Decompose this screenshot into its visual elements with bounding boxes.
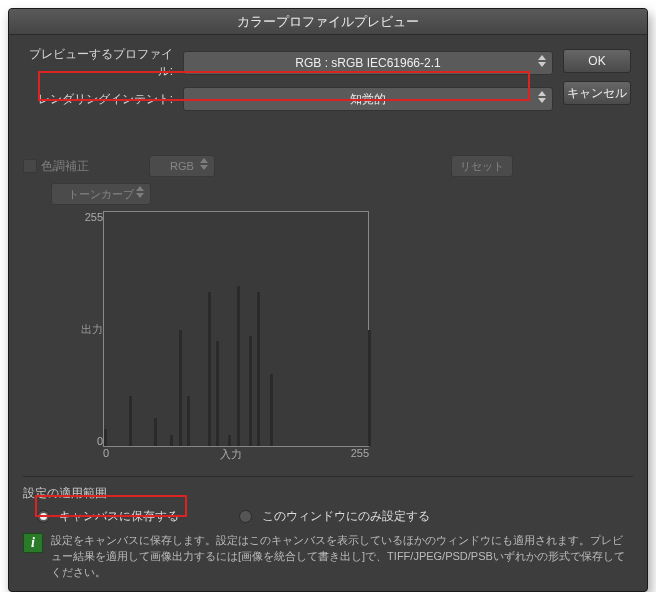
spinner-icon	[134, 185, 146, 199]
histogram-bar	[179, 330, 182, 446]
histogram-bar	[170, 435, 173, 446]
histogram-bar	[270, 374, 273, 446]
y-axis-label: 出力	[81, 223, 103, 435]
scope-title: 設定の適用範囲	[23, 485, 633, 502]
profile-value: RGB : sRGB IEC61966-2.1	[295, 56, 440, 70]
histogram-bar	[154, 418, 157, 446]
histogram-bar	[237, 286, 240, 446]
histogram-bar	[257, 292, 260, 446]
histogram-bar	[249, 336, 252, 446]
histogram-bar	[104, 429, 107, 446]
histogram-bar	[208, 292, 211, 446]
channel-select[interactable]: RGB	[149, 155, 215, 177]
histogram-bar	[368, 330, 371, 446]
window-titlebar: カラープロファイルプレビュー	[9, 9, 647, 35]
curve-type-select[interactable]: トーンカーブ	[51, 183, 151, 205]
tone-correction-checkbox[interactable]	[23, 159, 37, 173]
cancel-button[interactable]: キャンセル	[563, 81, 631, 105]
intent-label: レンダリングインテント:	[23, 91, 183, 108]
radio-save-canvas[interactable]: キャンバスに保存する	[37, 508, 179, 525]
x-zero-tick: 0	[103, 447, 123, 462]
histogram-bar	[228, 435, 231, 446]
profile-select[interactable]: RGB : sRGB IEC61966-2.1	[183, 51, 553, 75]
x-axis-label: 入力	[123, 447, 339, 462]
tone-correction-label: 色調補正	[41, 158, 89, 175]
spinner-icon	[536, 54, 548, 68]
intent-select[interactable]: 知覚的	[183, 87, 553, 111]
radio-icon	[37, 510, 50, 523]
radio-window-only[interactable]: このウィンドウにのみ設定する	[239, 508, 429, 525]
radio-icon	[239, 510, 252, 523]
y-max-tick: 255	[85, 211, 103, 223]
x-max-tick: 255	[339, 447, 369, 462]
info-text: 設定をキャンバスに保存します。設定はこのキャンバスを表示しているほかのウィンドウ…	[51, 533, 633, 581]
curve-graph	[103, 211, 369, 447]
radio-window-label: このウィンドウにのみ設定する	[262, 509, 430, 523]
ok-button[interactable]: OK	[563, 49, 631, 73]
histogram-bar	[129, 396, 132, 446]
curve-type-value: トーンカーブ	[68, 188, 134, 200]
spinner-icon	[536, 90, 548, 104]
histogram-bar	[187, 396, 190, 446]
intent-value: 知覚的	[350, 92, 386, 106]
reset-button[interactable]: リセット	[451, 155, 513, 177]
radio-canvas-label: キャンバスに保存する	[59, 509, 179, 523]
channel-value: RGB	[170, 160, 194, 172]
spinner-icon	[198, 157, 210, 171]
histogram-bar	[216, 341, 219, 446]
info-icon: i	[23, 533, 43, 553]
profile-label: プレビューするプロファイル:	[23, 46, 183, 80]
